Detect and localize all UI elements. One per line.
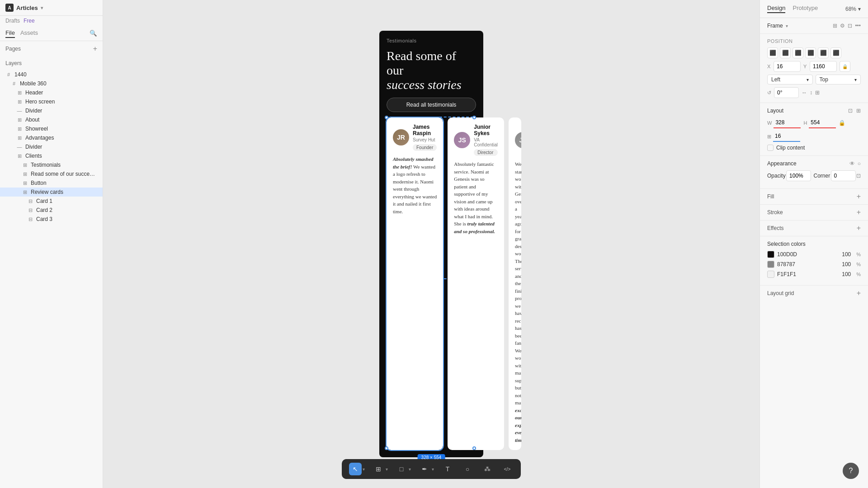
card2-badge: Director: [474, 149, 498, 156]
tab-assets[interactable]: Assets: [20, 28, 38, 38]
layer-icon-showreel: ⊞: [16, 126, 23, 132]
visibility-btn[interactable]: 👁: [849, 160, 855, 167]
corner-expand-btn[interactable]: ⊡: [856, 173, 861, 179]
layer-item-divider1[interactable]: — Divider: [0, 106, 103, 115]
frame-chevron: ▾: [386, 467, 388, 472]
help-button[interactable]: ?: [843, 463, 859, 479]
frame-label[interactable]: Frame ▾: [767, 23, 788, 29]
read-testimonials-button[interactable]: Read all testimonials: [387, 98, 476, 112]
layout-grid-btn[interactable]: ⊞: [856, 108, 861, 114]
align-center-btn[interactable]: ⬛: [780, 47, 791, 58]
cards-container: JR James Raspin Survey Hut Founder Absol…: [387, 117, 476, 450]
align-right-btn[interactable]: ⬛: [793, 47, 803, 58]
toolbar-select-group: ↖ ▾: [349, 463, 365, 475]
sidebar-drafts-row: Drafts Free: [0, 16, 103, 26]
appearance-more-btn[interactable]: ○: [858, 160, 861, 167]
layout-expand-btn[interactable]: ⊡: [848, 108, 853, 114]
tool-code[interactable]: </>: [501, 463, 514, 475]
gear-icon[interactable]: ⚙: [840, 23, 845, 29]
tab-prototype[interactable]: Prototype: [793, 5, 818, 13]
add-layout-grid-btn[interactable]: +: [857, 289, 861, 297]
x-input[interactable]: [774, 61, 801, 72]
color-row-2: F1F1F1 100 %: [767, 271, 861, 278]
more-options-btn[interactable]: ⊞: [815, 89, 820, 96]
gap-input-group: ⊞: [767, 131, 800, 142]
add-page-button[interactable]: +: [93, 45, 97, 53]
lock-position-btn[interactable]: 🔒: [840, 61, 850, 72]
tool-comment[interactable]: ○: [461, 463, 474, 475]
w-input[interactable]: [774, 117, 801, 128]
zoom-level[interactable]: 68% ▾: [845, 6, 861, 12]
tool-text[interactable]: T: [441, 463, 454, 475]
layer-item-button[interactable]: ⊞ Button: [0, 178, 103, 188]
layer-item-header[interactable]: ⊞ Header: [0, 88, 103, 97]
layer-name-reviewcards: Review cards: [31, 189, 97, 195]
layer-item-reviewcards[interactable]: ⊞ Review cards: [0, 188, 103, 197]
flip-h-btn[interactable]: ↔: [802, 89, 807, 96]
tool-select[interactable]: ↖: [349, 463, 362, 475]
add-stroke-btn[interactable]: +: [857, 208, 861, 216]
clip-content-checkbox[interactable]: [767, 145, 774, 151]
search-button[interactable]: 🔍: [90, 28, 97, 38]
color-row-1: 878787 100 %: [767, 261, 861, 268]
color-swatch-1[interactable]: [767, 261, 774, 268]
appearance-icons: 👁 ○: [849, 160, 861, 167]
flip-v-btn[interactable]: ↕: [810, 89, 812, 96]
layer-item-readsome[interactable]: ⊞ Read some of our success st...: [0, 169, 103, 178]
card1-info: James Raspin Survey Hut Founder: [413, 124, 437, 151]
align-middle-btn[interactable]: ⬛: [818, 47, 829, 58]
review-card-2[interactable]: JS Junior Sykes VA Confidential Director…: [448, 117, 504, 450]
layer-item-1440[interactable]: # 1440: [0, 70, 103, 79]
color-hex-2: F1F1F1: [777, 271, 796, 277]
align-top-btn[interactable]: ⬛: [805, 47, 816, 58]
gap-input[interactable]: [773, 131, 800, 142]
color-opacity-1: 100 %: [842, 261, 861, 267]
layer-item-advantages[interactable]: ⊞ Advantages: [0, 133, 103, 142]
grid-icon[interactable]: ⊞: [833, 23, 837, 29]
layer-icon-reviewcards: ⊞: [22, 189, 28, 195]
more-icon[interactable]: •••: [855, 23, 861, 29]
lock-wh-btn[interactable]: 🔒: [839, 120, 845, 126]
add-fill-btn[interactable]: +: [857, 192, 861, 201]
horizontal-position-dropdown[interactable]: Left ▾: [767, 75, 813, 84]
gap-icon: ⊞: [767, 134, 771, 140]
review-card-1[interactable]: JR James Raspin Survey Hut Founder Absol…: [387, 117, 443, 450]
layer-item-showreel[interactable]: ⊞ Showreel: [0, 124, 103, 133]
canvas-outer: Testimonials Read some of our success st…: [379, 31, 483, 458]
pen-chevron: ▾: [432, 467, 434, 472]
add-effect-btn[interactable]: +: [857, 224, 861, 232]
y-input[interactable]: [810, 61, 837, 72]
layer-name-button: Button: [31, 180, 97, 186]
h-input[interactable]: [809, 117, 836, 128]
tool-frame[interactable]: ⊞: [372, 463, 385, 475]
tool-pen[interactable]: ✒: [418, 463, 431, 475]
fill-section: Fill +: [760, 189, 868, 205]
layer-item-card3[interactable]: ⊟ Card 3: [0, 215, 103, 224]
corner-input[interactable]: [831, 170, 856, 181]
tool-component[interactable]: ⁂: [481, 463, 494, 475]
layer-item-mobile360[interactable]: # Mobile 360: [0, 79, 103, 88]
h-label: H: [803, 120, 807, 126]
app-name[interactable]: A Articles ▾: [5, 4, 43, 12]
rect-chevron: ▾: [409, 467, 411, 472]
layer-item-card1[interactable]: ⊟ Card 1: [0, 197, 103, 206]
layer-item-clients[interactable]: ⊞ Clients: [0, 151, 103, 160]
tab-file[interactable]: File: [5, 28, 15, 38]
layer-item-about[interactable]: ⊞ About: [0, 115, 103, 124]
layer-item-testimonials[interactable]: ⊞ Testimonials: [0, 160, 103, 169]
layer-item-card2[interactable]: ⊟ Card 2: [0, 206, 103, 215]
resize-icon[interactable]: ⊡: [848, 23, 852, 29]
rotation-input[interactable]: [774, 87, 799, 98]
align-left-btn[interactable]: ⬛: [767, 47, 778, 58]
tool-rectangle[interactable]: □: [395, 463, 408, 475]
align-bottom-btn[interactable]: ⬛: [830, 47, 841, 58]
layer-item-divider2[interactable]: — Divider: [0, 142, 103, 151]
card1-badge: Founder: [413, 144, 437, 151]
opacity-input[interactable]: [786, 170, 811, 181]
review-card-3[interactable]: JS Junior Sykes Homestead Inspections Fo…: [509, 117, 521, 450]
vertical-position-dropdown[interactable]: Top ▾: [816, 75, 861, 84]
layer-item-hero[interactable]: ⊞ Hero screen: [0, 97, 103, 106]
color-swatch-0[interactable]: [767, 251, 774, 258]
color-swatch-2[interactable]: [767, 271, 774, 278]
tab-design[interactable]: Design: [767, 5, 785, 13]
